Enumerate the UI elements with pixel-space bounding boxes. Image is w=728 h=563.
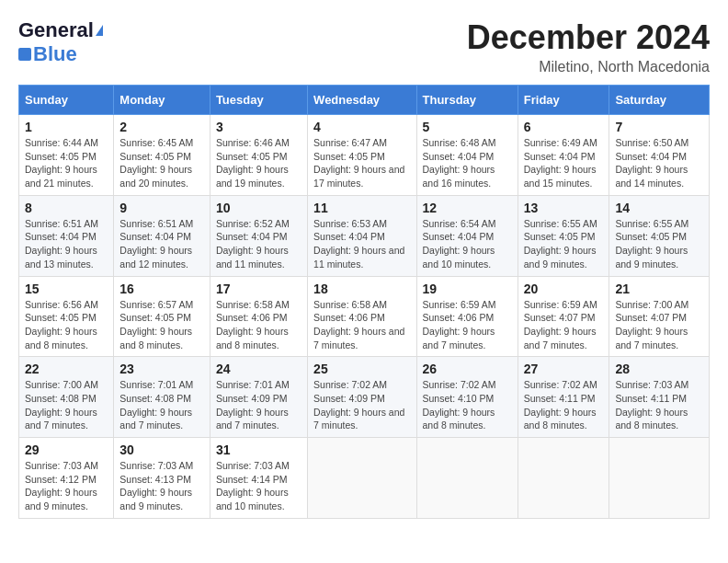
calendar-week-row: 29Sunrise: 7:03 AMSunset: 4:12 PMDayligh… — [19, 438, 710, 519]
day-number: 13 — [524, 201, 604, 215]
calendar-cell — [609, 438, 710, 519]
day-number: 6 — [524, 120, 604, 134]
calendar-cell: 15Sunrise: 6:56 AMSunset: 4:05 PMDayligh… — [19, 276, 114, 357]
calendar-cell: 23Sunrise: 7:01 AMSunset: 4:08 PMDayligh… — [114, 357, 210, 438]
day-number: 29 — [25, 442, 108, 457]
day-info: Sunrise: 6:58 AMSunset: 4:06 PMDaylight:… — [216, 298, 301, 352]
logo-blue-text: Blue — [33, 42, 77, 66]
day-info: Sunrise: 6:54 AMSunset: 4:04 PMDaylight:… — [423, 217, 512, 271]
day-number: 7 — [615, 120, 703, 134]
day-number: 8 — [25, 201, 108, 215]
day-info: Sunrise: 6:46 AMSunset: 4:05 PMDaylight:… — [216, 136, 301, 190]
calendar-cell — [518, 438, 609, 519]
calendar-cell: 10Sunrise: 6:52 AMSunset: 4:04 PMDayligh… — [210, 195, 307, 276]
month-title: December 2024 — [467, 18, 710, 57]
day-info: Sunrise: 7:03 AMSunset: 4:12 PMDaylight:… — [25, 459, 108, 513]
day-info: Sunrise: 7:03 AMSunset: 4:13 PMDaylight:… — [119, 459, 204, 513]
day-info: Sunrise: 6:51 AMSunset: 4:04 PMDaylight:… — [119, 217, 204, 271]
col-saturday: Saturday — [609, 86, 710, 115]
day-info: Sunrise: 6:51 AMSunset: 4:04 PMDaylight:… — [25, 217, 108, 271]
day-info: Sunrise: 6:58 AMSunset: 4:06 PMDaylight:… — [313, 298, 410, 352]
calendar-cell: 19Sunrise: 6:59 AMSunset: 4:06 PMDayligh… — [416, 276, 518, 357]
day-number: 27 — [524, 362, 604, 376]
day-number: 25 — [313, 362, 410, 376]
col-monday: Monday — [114, 86, 210, 115]
calendar-cell — [416, 438, 518, 519]
calendar-cell — [308, 438, 416, 519]
day-info: Sunrise: 7:03 AMSunset: 4:11 PMDaylight:… — [615, 378, 703, 432]
day-info: Sunrise: 6:56 AMSunset: 4:05 PMDaylight:… — [25, 298, 108, 352]
day-number: 23 — [119, 362, 204, 376]
day-number: 18 — [313, 282, 410, 296]
day-number: 1 — [25, 120, 108, 134]
day-info: Sunrise: 7:02 AMSunset: 4:11 PMDaylight:… — [524, 378, 604, 432]
calendar-cell: 22Sunrise: 7:00 AMSunset: 4:08 PMDayligh… — [19, 357, 114, 438]
day-number: 2 — [119, 120, 204, 134]
day-info: Sunrise: 6:47 AMSunset: 4:05 PMDaylight:… — [313, 136, 410, 190]
calendar-cell: 1Sunrise: 6:44 AMSunset: 4:05 PMDaylight… — [19, 115, 114, 196]
calendar-cell: 26Sunrise: 7:02 AMSunset: 4:10 PMDayligh… — [416, 357, 518, 438]
day-info: Sunrise: 6:45 AMSunset: 4:05 PMDaylight:… — [119, 136, 204, 190]
calendar-table: Sunday Monday Tuesday Wednesday Thursday… — [18, 85, 710, 519]
day-number: 21 — [615, 282, 703, 296]
calendar-cell: 7Sunrise: 6:50 AMSunset: 4:04 PMDaylight… — [609, 115, 710, 196]
calendar-cell: 27Sunrise: 7:02 AMSunset: 4:11 PMDayligh… — [518, 357, 609, 438]
calendar-cell: 13Sunrise: 6:55 AMSunset: 4:05 PMDayligh… — [518, 195, 609, 276]
calendar-week-row: 22Sunrise: 7:00 AMSunset: 4:08 PMDayligh… — [19, 357, 710, 438]
calendar-cell: 18Sunrise: 6:58 AMSunset: 4:06 PMDayligh… — [308, 276, 416, 357]
calendar-cell: 4Sunrise: 6:47 AMSunset: 4:05 PMDaylight… — [308, 115, 416, 196]
calendar-cell: 24Sunrise: 7:01 AMSunset: 4:09 PMDayligh… — [210, 357, 307, 438]
page-header: General Blue December 2024 Miletino, Nor… — [18, 18, 710, 75]
day-info: Sunrise: 7:00 AMSunset: 4:08 PMDaylight:… — [25, 378, 108, 432]
day-info: Sunrise: 7:03 AMSunset: 4:14 PMDaylight:… — [216, 459, 301, 513]
calendar-cell: 5Sunrise: 6:48 AMSunset: 4:04 PMDaylight… — [416, 115, 518, 196]
logo-general-text: General — [18, 18, 94, 42]
calendar-cell: 28Sunrise: 7:03 AMSunset: 4:11 PMDayligh… — [609, 357, 710, 438]
day-info: Sunrise: 6:53 AMSunset: 4:04 PMDaylight:… — [313, 217, 410, 271]
col-tuesday: Tuesday — [210, 86, 307, 115]
col-friday: Friday — [518, 86, 609, 115]
day-info: Sunrise: 7:02 AMSunset: 4:09 PMDaylight:… — [313, 378, 410, 432]
calendar-cell: 21Sunrise: 7:00 AMSunset: 4:07 PMDayligh… — [609, 276, 710, 357]
day-info: Sunrise: 6:48 AMSunset: 4:04 PMDaylight:… — [423, 136, 512, 190]
col-sunday: Sunday — [19, 86, 114, 115]
calendar-cell: 14Sunrise: 6:55 AMSunset: 4:05 PMDayligh… — [609, 195, 710, 276]
day-info: Sunrise: 7:00 AMSunset: 4:07 PMDaylight:… — [615, 298, 703, 352]
day-number: 20 — [524, 282, 604, 296]
calendar-cell: 12Sunrise: 6:54 AMSunset: 4:04 PMDayligh… — [416, 195, 518, 276]
logo: General Blue — [18, 18, 103, 66]
day-number: 17 — [216, 282, 301, 296]
day-number: 26 — [423, 362, 512, 376]
day-number: 19 — [423, 282, 512, 296]
calendar-week-row: 15Sunrise: 6:56 AMSunset: 4:05 PMDayligh… — [19, 276, 710, 357]
day-info: Sunrise: 7:01 AMSunset: 4:08 PMDaylight:… — [119, 378, 204, 432]
calendar-week-row: 1Sunrise: 6:44 AMSunset: 4:05 PMDaylight… — [19, 115, 710, 196]
calendar-header-row: Sunday Monday Tuesday Wednesday Thursday… — [19, 86, 710, 115]
calendar-cell: 29Sunrise: 7:03 AMSunset: 4:12 PMDayligh… — [19, 438, 114, 519]
calendar-cell: 6Sunrise: 6:49 AMSunset: 4:04 PMDaylight… — [518, 115, 609, 196]
day-number: 31 — [216, 442, 301, 457]
day-info: Sunrise: 6:52 AMSunset: 4:04 PMDaylight:… — [216, 217, 301, 271]
day-number: 14 — [615, 201, 703, 215]
calendar-cell: 30Sunrise: 7:03 AMSunset: 4:13 PMDayligh… — [114, 438, 210, 519]
day-info: Sunrise: 7:02 AMSunset: 4:10 PMDaylight:… — [423, 378, 512, 432]
title-area: December 2024 Miletino, North Macedonia — [467, 18, 710, 75]
day-number: 10 — [216, 201, 301, 215]
calendar-cell: 9Sunrise: 6:51 AMSunset: 4:04 PMDaylight… — [114, 195, 210, 276]
calendar-week-row: 8Sunrise: 6:51 AMSunset: 4:04 PMDaylight… — [19, 195, 710, 276]
day-number: 16 — [119, 282, 204, 296]
day-number: 5 — [423, 120, 512, 134]
calendar-cell: 20Sunrise: 6:59 AMSunset: 4:07 PMDayligh… — [518, 276, 609, 357]
col-wednesday: Wednesday — [308, 86, 416, 115]
calendar-cell: 2Sunrise: 6:45 AMSunset: 4:05 PMDaylight… — [114, 115, 210, 196]
calendar-cell: 17Sunrise: 6:58 AMSunset: 4:06 PMDayligh… — [210, 276, 307, 357]
day-number: 11 — [313, 201, 410, 215]
day-info: Sunrise: 7:01 AMSunset: 4:09 PMDaylight:… — [216, 378, 301, 432]
calendar-cell: 16Sunrise: 6:57 AMSunset: 4:05 PMDayligh… — [114, 276, 210, 357]
day-info: Sunrise: 6:44 AMSunset: 4:05 PMDaylight:… — [25, 136, 108, 190]
calendar-cell: 3Sunrise: 6:46 AMSunset: 4:05 PMDaylight… — [210, 115, 307, 196]
day-number: 15 — [25, 282, 108, 296]
day-info: Sunrise: 6:57 AMSunset: 4:05 PMDaylight:… — [119, 298, 204, 352]
day-info: Sunrise: 6:59 AMSunset: 4:06 PMDaylight:… — [423, 298, 512, 352]
col-thursday: Thursday — [416, 86, 518, 115]
